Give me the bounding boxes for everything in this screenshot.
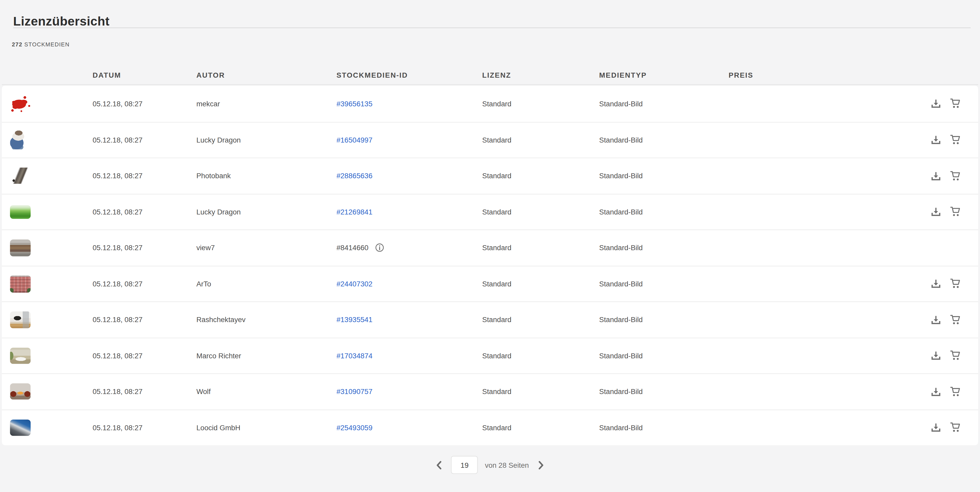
add-to-cart-button[interactable] bbox=[950, 98, 961, 109]
cell-autor: mekcar bbox=[196, 100, 336, 107]
thumbnail-image[interactable] bbox=[10, 311, 30, 328]
stock-id-link[interactable]: #28865636 bbox=[336, 172, 372, 180]
download-button[interactable] bbox=[931, 98, 941, 109]
cell-autor: Loocid GmbH bbox=[196, 424, 336, 431]
page-number-input[interactable] bbox=[451, 456, 478, 474]
add-to-cart-button[interactable] bbox=[950, 170, 961, 181]
cell-medientyp: Standard-Bild bbox=[599, 352, 729, 359]
cell-lizenz: Standard bbox=[482, 172, 599, 180]
thumbnail-image[interactable] bbox=[10, 383, 30, 400]
column-header-stockmedien-id: STOCKMEDIEN-ID bbox=[336, 71, 482, 78]
download-icon bbox=[931, 350, 941, 361]
page-title: Lizenzübersicht bbox=[13, 14, 110, 29]
download-button[interactable] bbox=[931, 278, 941, 289]
add-to-cart-button[interactable] bbox=[950, 350, 961, 361]
column-header-lizenz: LIZENZ bbox=[482, 71, 599, 78]
chevron-left-icon bbox=[436, 460, 443, 470]
chevron-right-icon bbox=[537, 460, 544, 470]
stock-id-link[interactable]: #17034874 bbox=[336, 352, 372, 359]
table-row: 05.12.18, 08:27 Lucky Dragon #21269841 S… bbox=[2, 194, 978, 229]
cell-medientyp: Standard-Bild bbox=[599, 136, 729, 143]
cell-lizenz: Standard bbox=[482, 316, 599, 323]
table-row: 05.12.18, 08:27 Rashchektayev #13935541 … bbox=[2, 301, 978, 338]
download-button[interactable] bbox=[931, 314, 941, 325]
pagination-label: von 28 Seiten bbox=[485, 461, 529, 469]
cell-lizenz: Standard bbox=[482, 424, 599, 431]
cell-medientyp: Standard-Bild bbox=[599, 172, 729, 180]
count-number: 272 bbox=[12, 41, 22, 48]
count-label: STOCKMEDIEN bbox=[24, 41, 70, 48]
cell-datum: 05.12.18, 08:27 bbox=[92, 424, 196, 431]
download-button[interactable] bbox=[931, 206, 941, 217]
stock-id-link[interactable]: #24407302 bbox=[336, 280, 372, 287]
cart-icon bbox=[950, 98, 961, 109]
column-header-medientyp: MEDIENTYP bbox=[599, 71, 729, 78]
stock-id-link[interactable]: #21269841 bbox=[336, 208, 372, 215]
download-button[interactable] bbox=[931, 422, 941, 433]
stock-media-count: 272STOCKMEDIEN bbox=[12, 41, 70, 48]
cell-autor: Lucky Dragon bbox=[196, 136, 336, 143]
license-table: 05.12.18, 08:27 mekcar #39656135 Standar… bbox=[2, 86, 978, 445]
column-header-datum: DATUM bbox=[92, 71, 196, 78]
table-row: 05.12.18, 08:27 Marco Richter #17034874 … bbox=[2, 338, 978, 373]
table-row: 05.12.18, 08:27 Loocid GmbH #25493059 St… bbox=[2, 409, 978, 445]
thumbnail-image[interactable] bbox=[10, 168, 30, 184]
download-icon bbox=[931, 98, 941, 109]
cart-icon bbox=[950, 422, 961, 433]
download-icon bbox=[931, 206, 941, 217]
cart-icon bbox=[950, 206, 961, 217]
cell-datum: 05.12.18, 08:27 bbox=[92, 136, 196, 143]
cart-icon bbox=[950, 278, 961, 289]
table-header-row: DATUM AUTOR STOCKMEDIEN-ID LIZENZ MEDIEN… bbox=[2, 65, 978, 85]
stock-id-link[interactable]: #25493059 bbox=[336, 424, 372, 431]
stock-id-link[interactable]: #39656135 bbox=[336, 100, 372, 107]
add-to-cart-button[interactable] bbox=[950, 278, 961, 289]
stock-id-link[interactable]: #31090757 bbox=[336, 388, 372, 395]
table-row: 05.12.18, 08:27 Photobank #28865636 Stan… bbox=[2, 158, 978, 194]
download-button[interactable] bbox=[931, 134, 941, 145]
cell-datum: 05.12.18, 08:27 bbox=[92, 388, 196, 395]
cell-medientyp: Standard-Bild bbox=[599, 388, 729, 395]
cell-lizenz: Standard bbox=[482, 388, 599, 395]
cell-medientyp: Standard-Bild bbox=[599, 100, 729, 107]
thumbnail-image[interactable] bbox=[10, 419, 30, 435]
thumbnail-image[interactable] bbox=[10, 348, 30, 364]
download-icon bbox=[931, 134, 941, 145]
cell-datum: 05.12.18, 08:27 bbox=[92, 172, 196, 180]
cell-autor: Rashchektayev bbox=[196, 316, 336, 323]
stock-id-link[interactable]: #16504997 bbox=[336, 136, 372, 143]
cell-medientyp: Standard-Bild bbox=[599, 244, 729, 252]
download-button[interactable] bbox=[931, 350, 941, 361]
add-to-cart-button[interactable] bbox=[950, 314, 961, 325]
thumbnail-image[interactable] bbox=[10, 95, 30, 112]
add-to-cart-button[interactable] bbox=[950, 422, 961, 433]
add-to-cart-button[interactable] bbox=[950, 206, 961, 217]
cell-lizenz: Standard bbox=[482, 352, 599, 359]
cell-medientyp: Standard-Bild bbox=[599, 316, 729, 323]
thumbnail-image[interactable] bbox=[10, 275, 30, 292]
download-button[interactable] bbox=[931, 386, 941, 397]
download-icon bbox=[931, 170, 941, 181]
add-to-cart-button[interactable] bbox=[950, 386, 961, 397]
title-divider bbox=[13, 28, 970, 28]
prev-page-button[interactable] bbox=[434, 459, 444, 471]
download-button[interactable] bbox=[931, 170, 941, 181]
cell-lizenz: Standard bbox=[482, 280, 599, 287]
table-row: 05.12.18, 08:27 ArTo #24407302 Standard … bbox=[2, 266, 978, 301]
thumbnail-image[interactable] bbox=[10, 205, 30, 219]
stock-id-link[interactable]: #13935541 bbox=[336, 316, 372, 323]
cell-datum: 05.12.18, 08:27 bbox=[92, 280, 196, 287]
cart-icon bbox=[950, 350, 961, 361]
pagination: von 28 Seiten bbox=[0, 456, 980, 474]
cell-medientyp: Standard-Bild bbox=[599, 280, 729, 287]
license-overview-page: Lizenzübersicht 272STOCKMEDIEN DATUM AUT… bbox=[0, 0, 980, 492]
download-icon bbox=[931, 386, 941, 397]
next-page-button[interactable] bbox=[536, 459, 546, 471]
download-icon bbox=[931, 314, 941, 325]
add-to-cart-button[interactable] bbox=[950, 134, 961, 145]
thumbnail-image[interactable] bbox=[10, 130, 25, 150]
table-row: 05.12.18, 08:27 Wolf #31090757 Standard … bbox=[2, 373, 978, 409]
column-header-autor: AUTOR bbox=[196, 71, 336, 78]
info-icon[interactable] bbox=[375, 244, 384, 252]
thumbnail-image[interactable] bbox=[10, 239, 30, 256]
